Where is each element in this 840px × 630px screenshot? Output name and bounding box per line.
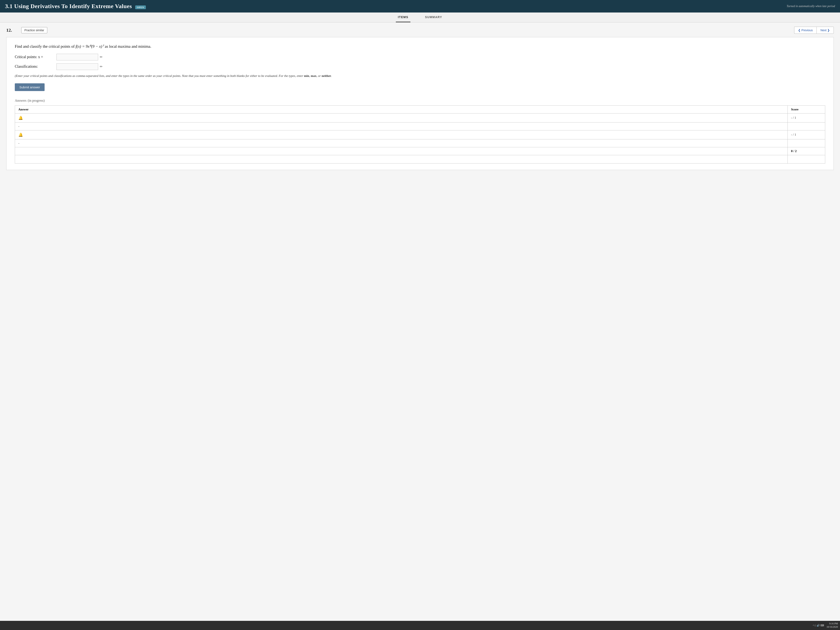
pencil-icon-2[interactable]: ✏ [100,65,103,68]
instructions: (Enter your critical points and classifi… [15,73,825,78]
score-cell-1: - / 1 [788,113,825,122]
question-header: 12. Practice similar ❮ Previous Next ❯ [6,27,834,34]
nav-buttons: ❮ Previous Next ❯ [794,27,834,34]
answer-cell: 🔔 [15,113,788,122]
critical-points-label: Critical points: x = [15,55,57,59]
answer-column-header: Answer [15,106,788,113]
table-row: 🔔 - / 1 [15,113,825,122]
score-value-1: - / 1 [791,116,796,119]
answers-section: Answers (in progress) Answer Score 🔔 [15,97,825,164]
next-button[interactable]: Next ❯ [816,27,834,34]
empty-score-1 [788,122,825,130]
flag-icon-2: 🔔 [18,133,23,137]
tab-summary[interactable]: SUMMARY [423,13,444,22]
classifications-label: Classifications: [15,65,57,69]
time-display: 9:16 PM [826,622,838,625]
answers-table: Answer Score 🔔 - / 1 - [15,106,825,164]
dash-cell-1: - [15,122,788,130]
submit-answer-button[interactable]: Submit answer [15,83,44,91]
pencil-icon-1[interactable]: ✏ [100,55,103,59]
table-row: 🔔 - / 1 [15,130,825,139]
classifications-input[interactable] [57,63,98,70]
header-subtitle: Turned in automatically when late period [787,5,835,8]
main-content: 12. Practice similar ❮ Previous Next ❯ F… [0,22,840,627]
clock: 9:16 PM 10/16/2020 [826,622,838,628]
dash-cell-2: - [15,139,788,147]
status-badge: OPEN [135,5,146,9]
table-header-row: Answer Score [15,106,825,113]
answers-header: Answers (in progress) [15,97,825,103]
total-row: 0 / 2 [15,147,825,155]
question-number: 12. [6,27,14,33]
practice-similar-button[interactable]: Practice similar [21,27,47,33]
page-title: 3.1 Using Derivatives To Identify Extrem… [5,3,132,9]
table-row: - [15,139,825,147]
taskbar: ^ □ 🔊 ⌨ 9:16 PM 10/16/2020 [0,621,840,630]
date-display: 10/16/2020 [826,625,838,629]
total-label-cell [15,147,788,155]
page-header: 3.1 Using Derivatives To Identify Extrem… [0,0,840,13]
empty-score-2 [788,139,825,147]
score-cell-2: - / 1 [788,130,825,139]
classifications-row: Classifications: ✏ [15,63,825,70]
table-row: - [15,122,825,130]
tab-items[interactable]: ITEMS [396,13,411,22]
answers-status: (in progress) [28,99,44,102]
taskbar-right: ^ □ 🔊 ⌨ 9:16 PM 10/16/2020 [813,622,838,628]
critical-points-input[interactable] [57,54,98,60]
total-score-cell: 0 / 2 [788,147,825,155]
answer-cell-2: 🔔 [15,130,788,139]
question-body: Find and classify the critical points of… [6,37,834,170]
empty-row [15,155,825,163]
tabs-bar: ITEMS SUMMARY [0,13,840,22]
score-value-2: - / 1 [791,133,796,136]
flag-icon-1: 🔔 [18,116,23,120]
previous-button[interactable]: ❮ Previous [794,27,816,34]
system-icons: ^ □ 🔊 ⌨ [813,624,824,627]
score-column-header: Score [788,106,825,113]
question-text: Find and classify the critical points of… [15,44,825,50]
critical-points-row: Critical points: x = ✏ [15,54,825,60]
